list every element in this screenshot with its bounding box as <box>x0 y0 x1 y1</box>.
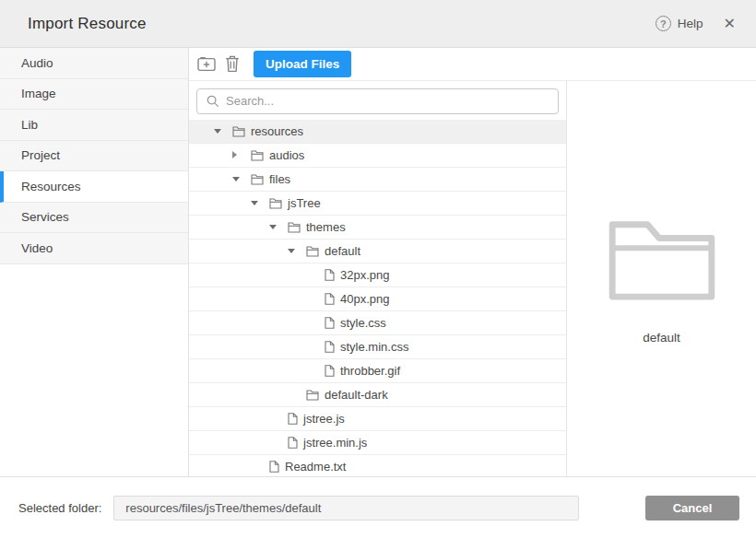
sidebar-item-resources[interactable]: Resources <box>0 171 188 203</box>
tree-row-jstree-min-js[interactable]: jstree.min.js <box>189 431 566 455</box>
tree-node-label: default-dark <box>325 388 388 402</box>
file-icon <box>288 413 298 425</box>
tree-node-label: resources <box>251 124 303 138</box>
tree-node-label: throbber.gif <box>340 364 400 378</box>
tree-node-label: jstree.min.js <box>303 436 367 450</box>
triangle-down-icon[interactable] <box>232 177 251 181</box>
preview-folder-name: default <box>643 331 680 345</box>
folder-icon <box>232 125 245 137</box>
folder-icon <box>288 221 301 233</box>
file-icon <box>325 317 335 329</box>
folder-icon <box>251 173 264 185</box>
sidebar-item-audio[interactable]: Audio <box>0 48 188 79</box>
tree-row-style-css[interactable]: style.css <box>189 311 566 335</box>
tree-row-style-min-css[interactable]: style.min.css <box>189 335 566 359</box>
file-tree-panel: resourcesaudiosfilesjsTreethemesdefault3… <box>189 81 567 476</box>
triangle-right-icon[interactable] <box>232 151 251 158</box>
dialog-header: Import Resource ? Help ✕ <box>0 0 756 48</box>
tree-node-label: 32px.png <box>340 268 390 282</box>
header-actions: ? Help ✕ <box>656 16 736 31</box>
main-area: Upload Files resourcesaudiosfilesjsTreet… <box>189 48 756 476</box>
file-icon <box>288 437 298 449</box>
content-area: resourcesaudiosfilesjsTreethemesdefault3… <box>189 81 756 476</box>
cancel-button[interactable]: Cancel <box>645 496 739 520</box>
tree-node-label: style.min.css <box>340 340 408 354</box>
search-box[interactable] <box>196 88 559 114</box>
tree-row-40px-png[interactable]: 40px.png <box>189 287 566 311</box>
file-icon <box>325 293 335 305</box>
tree-node-label: default <box>325 244 360 258</box>
delete-icon[interactable] <box>225 55 240 73</box>
tree-row-readme-txt[interactable]: Readme.txt <box>189 455 566 476</box>
sidebar-item-image[interactable]: Image <box>0 79 188 111</box>
sidebar-item-services[interactable]: Services <box>0 203 188 234</box>
triangle-down-icon[interactable] <box>214 129 232 134</box>
tree-row-throbber-gif[interactable]: throbber.gif <box>189 359 566 383</box>
search-input[interactable] <box>226 94 558 108</box>
tree-node-label: themes <box>306 220 346 234</box>
file-icon <box>325 365 335 377</box>
category-sidebar: AudioImageLibProjectResourcesServicesVid… <box>0 48 189 476</box>
tree-row-resources[interactable]: resources <box>189 120 566 144</box>
import-resource-dialog: Import Resource ? Help ✕ AudioImageLibPr… <box>0 0 756 538</box>
sidebar-item-lib[interactable]: Lib <box>0 110 188 141</box>
tree-row-default[interactable]: default <box>189 240 566 263</box>
tree-node-label: 40px.png <box>340 292 390 306</box>
toolbar: Upload Files <box>189 48 756 81</box>
file-icon <box>325 341 335 353</box>
help-label: Help <box>678 17 703 30</box>
tree-row-jstree[interactable]: jsTree <box>189 192 566 216</box>
tree-row-default-dark[interactable]: default-dark <box>189 383 566 407</box>
tree-node-label: jsTree <box>288 196 321 210</box>
file-icon <box>269 461 279 473</box>
preview-panel: default <box>567 81 756 476</box>
folder-icon <box>306 389 319 401</box>
sidebar-item-project[interactable]: Project <box>0 141 188 172</box>
folder-icon <box>306 245 319 257</box>
dialog-footer: Selected folder: Cancel <box>0 476 756 538</box>
folder-icon <box>251 149 264 161</box>
help-icon: ? <box>656 16 671 31</box>
tree-row-files[interactable]: files <box>189 168 566 192</box>
tree-row-jstree-js[interactable]: jstree.js <box>189 407 566 431</box>
folder-icon <box>269 197 282 209</box>
tree-node-label: audios <box>269 148 304 162</box>
triangle-down-icon[interactable] <box>288 249 306 253</box>
triangle-down-icon[interactable] <box>251 201 269 205</box>
file-icon <box>325 269 335 281</box>
tree-row-32px-png[interactable]: 32px.png <box>189 263 566 287</box>
triangle-down-icon[interactable] <box>269 225 288 229</box>
selected-folder-label: Selected folder: <box>18 501 101 515</box>
tree-row-audios[interactable]: audios <box>189 144 566 168</box>
search-icon <box>207 95 219 108</box>
large-folder-icon <box>607 216 717 301</box>
close-icon[interactable]: ✕ <box>724 17 736 31</box>
help-button[interactable]: ? Help <box>656 16 703 31</box>
upload-files-button[interactable]: Upload Files <box>254 51 351 77</box>
tree-node-label: style.css <box>340 316 386 330</box>
tree-node-label: Readme.txt <box>285 460 346 474</box>
dialog-body: AudioImageLibProjectResourcesServicesVid… <box>0 48 756 476</box>
selected-folder-path-input[interactable] <box>113 496 579 520</box>
tree-node-label: files <box>269 172 290 186</box>
tree-row-themes[interactable]: themes <box>189 216 566 240</box>
tree-node-label: jstree.js <box>303 412 345 426</box>
file-tree: resourcesaudiosfilesjsTreethemesdefault3… <box>189 120 566 476</box>
new-folder-icon[interactable] <box>197 56 216 72</box>
dialog-title: Import Resource <box>28 15 147 33</box>
sidebar-item-video[interactable]: Video <box>0 233 188 264</box>
